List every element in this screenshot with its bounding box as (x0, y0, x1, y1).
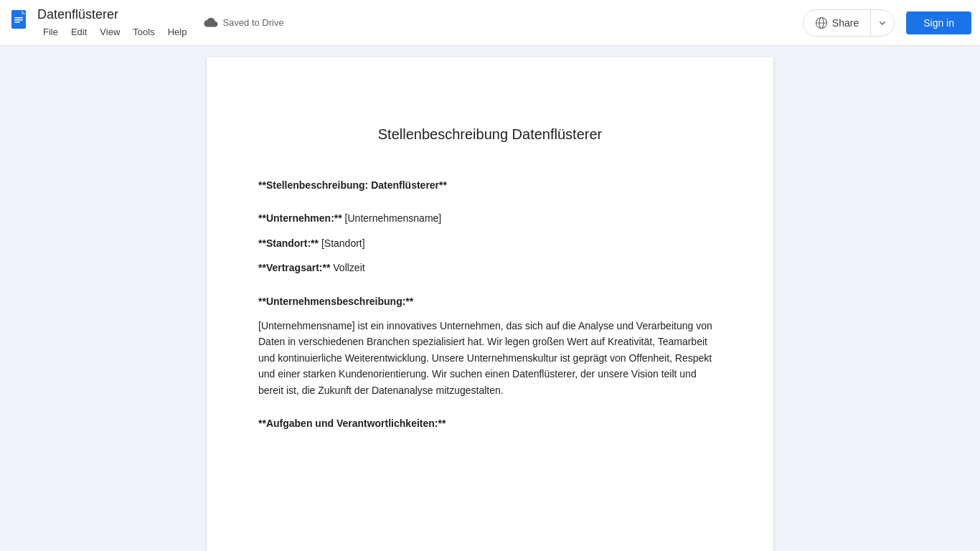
label-unternehmen: **Unternehmen:** (258, 212, 342, 224)
app-icon (9, 10, 32, 36)
saved-to-drive-indicator: Saved to Drive (204, 17, 283, 29)
document-page: Stellenbeschreibung Datenflüsterer **Ste… (207, 57, 773, 551)
label-vertragsart: **Vertragsart:** (258, 262, 330, 273)
svg-rect-4 (14, 22, 20, 23)
menu-help[interactable]: Help (162, 25, 193, 39)
cloud-icon (204, 17, 218, 29)
share-button-main[interactable]: Share (804, 12, 870, 34)
menu-edit[interactable]: Edit (65, 25, 93, 39)
para-vertragsart: **Vertragsart:** Vollzeit (258, 260, 722, 276)
para-aufgaben-header: **Aufgaben und Verantwortlichkeiten:** (258, 415, 722, 431)
document-area: Stellenbeschreibung Datenflüsterer **Ste… (0, 46, 980, 551)
share-label: Share (832, 17, 859, 29)
para-unternehmensbeschreibung-header: **Unternehmensbeschreibung:** (258, 293, 722, 309)
label-standort: **Standort:** (258, 237, 319, 249)
para-unternehmensbeschreibung-body: [Unternehmensname] ist ein innovatives U… (258, 318, 722, 398)
menu-view[interactable]: View (94, 25, 126, 39)
label-aufgaben: **Aufgaben und Verantwortlichkeiten:** (258, 418, 446, 429)
menu-file[interactable]: File (37, 25, 64, 39)
bold-stellenbeschreibung-label: **Stellenbeschreibung: Datenflüsterer** (258, 179, 447, 191)
label-unternehmensbeschreibung: **Unternehmensbeschreibung:** (258, 296, 413, 307)
saved-to-drive-text: Saved to Drive (222, 17, 283, 28)
chevron-down-icon (877, 17, 888, 29)
para-unternehmen: **Unternehmen:** [Unternehmensname] (258, 210, 722, 226)
para-standort: **Standort:** [Standort] (258, 235, 722, 251)
section-1: **Stellenbeschreibung: Datenflüsterer** (258, 177, 722, 193)
menu-tools[interactable]: Tools (127, 25, 160, 39)
document-title-area: Datenflüsterer File Edit View Tools Help (37, 6, 192, 38)
section-2: **Unternehmen:** [Unternehmensname] **St… (258, 210, 722, 276)
globe-icon (815, 17, 828, 29)
share-chevron-button[interactable] (871, 13, 894, 33)
svg-rect-3 (14, 19, 23, 21)
menu-bar: File Edit View Tools Help (37, 25, 192, 39)
header-bar: Datenflüsterer File Edit View Tools Help… (0, 0, 980, 46)
svg-rect-2 (14, 17, 23, 19)
document-heading: Stellenbeschreibung Datenflüsterer (258, 126, 722, 143)
share-button[interactable]: Share (803, 9, 895, 37)
document-title[interactable]: Datenflüsterer (37, 6, 192, 23)
section-4: **Aufgaben und Verantwortlichkeiten:** (258, 415, 722, 431)
section-3: **Unternehmensbeschreibung:** [Unternehm… (258, 293, 722, 398)
para-stellenbeschreibung: **Stellenbeschreibung: Datenflüsterer** (258, 177, 722, 193)
sign-in-button[interactable]: Sign in (906, 11, 971, 34)
